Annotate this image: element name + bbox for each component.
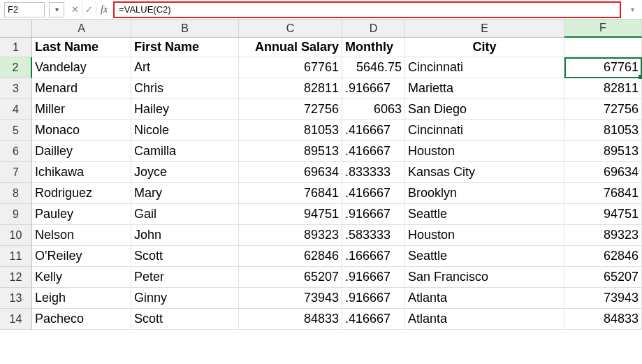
cell[interactable]: .916667 — [342, 288, 405, 309]
cell[interactable]: 67761 — [564, 57, 642, 78]
cell[interactable]: Pacheco — [32, 309, 131, 330]
row-header-1[interactable]: 1 — [0, 38, 32, 57]
formula-bar-expand[interactable]: ▾ — [625, 2, 639, 17]
cell[interactable]: Seattle — [405, 246, 564, 267]
cell[interactable]: Nicole — [131, 120, 239, 141]
row-header-3[interactable]: 3 — [0, 78, 32, 99]
cell[interactable]: Peter — [131, 267, 239, 288]
cell[interactable]: 69634 — [564, 162, 642, 183]
row-header-12[interactable]: 12 — [0, 267, 32, 288]
cell[interactable]: 65207 — [564, 267, 642, 288]
cell[interactable]: Rodriguez — [32, 183, 131, 204]
row-header-9[interactable]: 9 — [0, 204, 32, 225]
cell[interactable]: 62846 — [239, 246, 342, 267]
cancel-button[interactable]: ✕ — [68, 2, 82, 17]
row-header-6[interactable]: 6 — [0, 141, 32, 162]
cell[interactable]: O'Reiley — [32, 246, 131, 267]
col-header-B[interactable]: B — [131, 20, 239, 38]
cell[interactable]: Seattle — [405, 204, 564, 225]
row-header-4[interactable]: 4 — [0, 99, 32, 120]
cell[interactable]: 72756 — [239, 99, 342, 120]
row-header-13[interactable]: 13 — [0, 288, 32, 309]
cell[interactable]: Cincinnati — [405, 120, 564, 141]
cell[interactable]: Menard — [32, 78, 131, 99]
cell[interactable]: 65207 — [239, 267, 342, 288]
cell[interactable]: Last Name — [32, 38, 131, 57]
cell[interactable]: Dailley — [32, 141, 131, 162]
cell[interactable]: City — [405, 38, 564, 57]
cell[interactable]: .416667 — [342, 309, 405, 330]
cell[interactable]: .166667 — [342, 246, 405, 267]
cell[interactable]: Ginny — [131, 288, 239, 309]
cell[interactable]: Monaco — [32, 120, 131, 141]
row-header-8[interactable]: 8 — [0, 183, 32, 204]
cell[interactable]: 72756 — [564, 99, 642, 120]
cell[interactable]: Mary — [131, 183, 239, 204]
row-header-10[interactable]: 10 — [0, 225, 32, 246]
col-header-F[interactable]: F — [564, 20, 642, 38]
cell[interactable]: Miller — [32, 99, 131, 120]
cell[interactable]: .833333 — [342, 162, 405, 183]
cell[interactable]: San Diego — [405, 99, 564, 120]
cell[interactable]: John — [131, 225, 239, 246]
cell[interactable]: 89323 — [239, 225, 342, 246]
cell[interactable]: 82811 — [564, 78, 642, 99]
cell[interactable]: Art — [131, 57, 239, 78]
cell[interactable]: 73943 — [564, 288, 642, 309]
col-header-C[interactable]: C — [239, 20, 342, 38]
cell[interactable]: .583333 — [342, 225, 405, 246]
cell[interactable]: 94751 — [564, 204, 642, 225]
cell[interactable]: .416667 — [342, 183, 405, 204]
name-box-dropdown[interactable]: ▾ — [49, 2, 64, 17]
cell[interactable]: Scott — [131, 246, 239, 267]
cell[interactable]: 84833 — [564, 309, 642, 330]
enter-button[interactable]: ✓ — [82, 2, 96, 17]
select-all-corner[interactable] — [0, 20, 32, 38]
cell[interactable]: Scott — [131, 309, 239, 330]
row-header-14[interactable]: 14 — [0, 309, 32, 330]
formula-input[interactable]: =VALUE(C2) — [113, 1, 621, 18]
cell[interactable]: 62846 — [564, 246, 642, 267]
cell[interactable]: Monthly — [342, 38, 405, 57]
cell[interactable]: Vandelay — [32, 57, 131, 78]
cell[interactable]: .416667 — [342, 120, 405, 141]
cell[interactable]: .416667 — [342, 141, 405, 162]
cell[interactable]: Kansas City — [405, 162, 564, 183]
cell[interactable]: 82811 — [239, 78, 342, 99]
cell[interactable]: Atlanta — [405, 288, 564, 309]
cell[interactable]: Pauley — [32, 204, 131, 225]
cell[interactable] — [564, 38, 642, 57]
cell[interactable]: Leigh — [32, 288, 131, 309]
cell[interactable]: Cincinnati — [405, 57, 564, 78]
cell[interactable]: 94751 — [239, 204, 342, 225]
cell[interactable]: 73943 — [239, 288, 342, 309]
cell[interactable]: Nelson — [32, 225, 131, 246]
cell[interactable]: Chris — [131, 78, 239, 99]
cell[interactable]: 5646.75 — [342, 57, 405, 78]
cell[interactable]: 76841 — [564, 183, 642, 204]
cell[interactable]: 6063 — [342, 99, 405, 120]
cell[interactable]: .916667 — [342, 78, 405, 99]
cell[interactable]: Annual Salary — [239, 38, 342, 57]
cell[interactable]: Atlanta — [405, 309, 564, 330]
cell[interactable]: Gail — [131, 204, 239, 225]
cell[interactable]: 81053 — [564, 120, 642, 141]
cell[interactable]: Kelly — [32, 267, 131, 288]
cell[interactable]: Houston — [405, 141, 564, 162]
row-header-7[interactable]: 7 — [0, 162, 32, 183]
row-header-11[interactable]: 11 — [0, 246, 32, 267]
fx-label[interactable]: fx — [96, 4, 112, 15]
cell[interactable]: Camilla — [131, 141, 239, 162]
cell[interactable]: 84833 — [239, 309, 342, 330]
col-header-E[interactable]: E — [405, 20, 564, 38]
cell[interactable]: 89513 — [564, 141, 642, 162]
cell[interactable]: 89513 — [239, 141, 342, 162]
cell[interactable]: .916667 — [342, 267, 405, 288]
col-header-D[interactable]: D — [342, 20, 405, 38]
cell[interactable]: Hailey — [131, 99, 239, 120]
cell[interactable]: San Francisco — [405, 267, 564, 288]
row-header-5[interactable]: 5 — [0, 120, 32, 141]
cell[interactable]: Marietta — [405, 78, 564, 99]
cell[interactable]: Brooklyn — [405, 183, 564, 204]
cell[interactable]: 69634 — [239, 162, 342, 183]
